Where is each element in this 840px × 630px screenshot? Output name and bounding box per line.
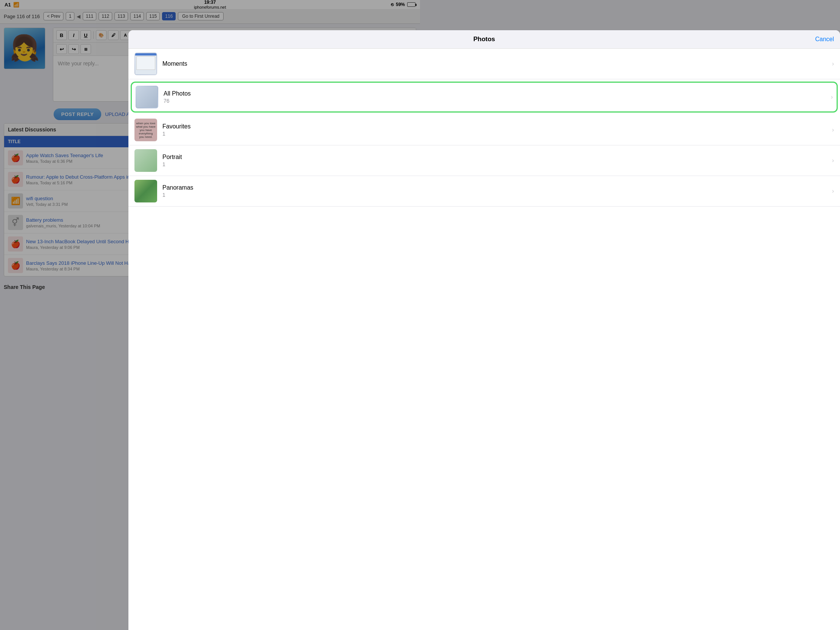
all-photos-thumbnail [136, 86, 158, 108]
list-item[interactable]: Panoramas 1 › [128, 176, 420, 207]
panoramas-thumbnail [134, 180, 157, 202]
panoramas-count: 1 [163, 192, 420, 198]
panoramas-name: Panoramas [163, 184, 420, 191]
list-item[interactable]: when you lovewhat you haveyou haveeveryt… [128, 115, 420, 145]
list-item[interactable]: Moments › [128, 49, 420, 79]
photos-panel: Photos Cancel Moments › [128, 30, 420, 315]
list-item[interactable]: Portrait 1 › [128, 145, 420, 176]
moments-info: Moments [163, 60, 420, 67]
portrait-count: 1 [163, 161, 420, 167]
all-photos-count: 76 [164, 98, 420, 104]
moments-thumbnail [134, 52, 157, 75]
all-photos-info: All Photos 76 [164, 90, 420, 104]
panoramas-info: Panoramas 1 [163, 184, 420, 198]
favourites-thumbnail: when you lovewhat you haveyou haveeveryt… [134, 118, 157, 141]
favourites-name: Favourites [163, 123, 420, 130]
moments-name: Moments [163, 60, 420, 67]
all-photos-name: All Photos [164, 90, 420, 97]
list-item[interactable]: All Photos 76 › [131, 82, 420, 112]
portrait-thumbnail [134, 149, 157, 172]
photos-header: Photos Cancel [128, 30, 420, 49]
favourites-info: Favourites 1 [163, 123, 420, 137]
portrait-name: Portrait [163, 154, 420, 161]
favourites-count: 1 [163, 131, 420, 137]
portrait-info: Portrait 1 [163, 154, 420, 167]
photos-list: Moments › All Photos 76 › [128, 49, 420, 315]
